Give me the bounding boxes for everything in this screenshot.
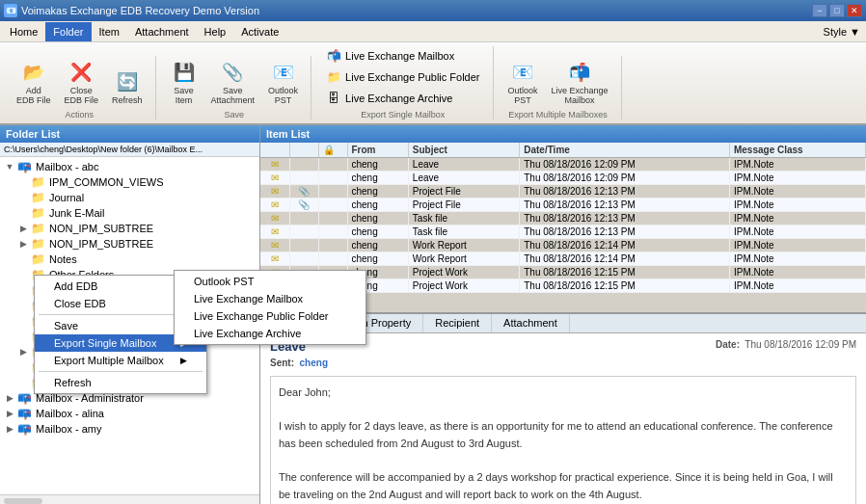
folder-scrollbar[interactable] [0,494,259,504]
table-row[interactable]: ✉ cheng Work Report Thu 08/18/2016 12:14… [260,252,866,266]
actions-label: Actions [66,110,95,119]
save-attachment-button[interactable]: 📎 SaveAttachment [206,56,260,108]
minimize-button[interactable]: − [812,4,827,17]
row-from: cheng [347,158,408,172]
row-class: IPM.Note [729,252,865,266]
mail-sent-label: Sent: [270,358,294,368]
table-row[interactable]: ✉ cheng Leave Thu 08/18/2016 12:09 PM IP… [260,158,866,172]
live-exchange-public-folder-btn[interactable]: 📁 Live Exchange Public Folder [321,67,484,87]
tab-recipient[interactable]: Recipient [423,314,492,332]
row-class: IPM.Note [729,225,865,239]
menu-help[interactable]: Help [197,22,234,41]
live-exchange-mailbox-icon: 📬 [326,48,341,64]
table-row[interactable]: ✉ cheng Leave Thu 08/18/2016 12:09 PM IP… [260,172,866,185]
outlook-pst-multi-label: OutlookPST [508,86,538,105]
outlook-pst-label: OutlookPST [268,86,298,105]
row-subject: Task file [408,212,519,225]
row-lock [318,239,347,252]
tree-item-mailbox-abc[interactable]: ▼ 📪 Mailbox - abc [2,159,257,174]
menu-attachment[interactable]: Attachment [127,22,197,41]
row-icon: ✉ [260,212,289,225]
outlook-pst-icon: 📧 [270,59,297,86]
add-edb-icon: 📂 [20,59,47,86]
row-from: cheng [347,225,408,239]
row-flag: 📎 [289,185,318,199]
row-subject: Project File [408,199,519,212]
menu-activate[interactable]: Activate [233,22,286,41]
outlook-pst-multi-button[interactable]: 📧 OutlookPST [503,56,543,108]
col-datetime[interactable]: Date/Time [520,143,730,158]
table-row[interactable]: ✉ cheng Task file Thu 08/18/2016 12:13 P… [260,225,866,239]
mail-sent-from: cheng [300,358,328,368]
col-subject[interactable]: Subject [408,143,519,158]
row-from: cheng [347,199,408,212]
tree-item-notes[interactable]: 📁 Notes [15,252,257,267]
menu-home[interactable]: Home [2,22,45,41]
row-icon: ✉ [260,199,289,212]
live-exchange-mailbox-multi-button[interactable]: 📬 Live ExchangeMailbox [547,56,613,108]
col-from[interactable]: From [347,143,408,158]
app-icon: 📧 [4,4,17,17]
row-datetime: Thu 08/18/2016 12:14 PM [520,239,730,252]
tab-attachment[interactable]: Attachment [492,314,570,332]
row-class: IPM.Note [729,158,865,172]
row-class: IPM.Note [729,199,865,212]
row-class: IPM.Note [729,239,865,252]
row-datetime: Thu 08/18/2016 12:13 PM [520,185,730,199]
tree-item-journal[interactable]: 📁 Journal [15,190,257,205]
maximize-button[interactable]: □ [829,4,845,17]
folder-path: C:\Users\cheng\Desktop\New folder (6)\Ma… [0,143,259,157]
add-edb-button[interactable]: 📂 AddEDB File [12,56,56,108]
table-row[interactable]: ✉ 📎 cheng Project File Thu 08/18/2016 12… [260,199,866,212]
table-row[interactable]: ✉ cheng Work Report Thu 08/18/2016 12:14… [260,239,866,252]
folder-scroll-thumb [4,498,42,504]
save-item-label: SaveItem [174,86,194,105]
row-from: cheng [347,252,408,266]
ctx-export-multiple[interactable]: Export Multiple Mailbox ▶ [35,352,206,369]
live-exchange-mailbox-btn[interactable]: 📬 Live Exchange Mailbox [321,46,484,66]
row-from: cheng [347,239,408,252]
outlook-pst-button[interactable]: 📧 OutlookPST [263,56,303,108]
tree-item-mailbox-alina[interactable]: ▶ 📪 Mailbox - alina [2,406,257,421]
row-lock [318,225,347,239]
tree-item-ipm-common[interactable]: 📁 IPM_COMMON_VIEWS [15,174,257,190]
close-edb-icon: ❌ [68,59,95,86]
submenu-live-exchange-archive[interactable]: Live Exchange Archive [175,325,365,342]
row-from: cheng [347,185,408,199]
row-flag: 📎 [289,199,318,212]
tree-item-non-ipm-2[interactable]: ▶ 📁 NON_IPM_SUBTREE [15,236,257,252]
tree-item-junk[interactable]: 📁 Junk E-Mail [15,205,257,221]
row-class: IPM.Note [729,185,865,199]
tree-item-mailbox-amy[interactable]: ▶ 📪 Mailbox - amy [2,421,257,437]
menu-folder[interactable]: Folder [45,22,91,41]
title-bar: 📧 Voimakas Exchange EDB Recovery Demo Ve… [0,0,866,21]
table-row[interactable]: ✉ cheng Task file Thu 08/18/2016 12:13 P… [260,212,866,225]
live-exchange-archive-btn[interactable]: 🗄 Live Exchange Archive [321,89,484,108]
submenu-outlook-pst[interactable]: Outlook PST [175,273,365,290]
row-subject: Project Work [408,279,519,293]
table-row[interactable]: ✉ 📎 cheng Project File Thu 08/18/2016 12… [260,185,866,199]
row-lock [318,185,347,199]
close-edb-button[interactable]: ❌ CloseEDB File [60,56,104,108]
row-datetime: Thu 08/18/2016 12:15 PM [520,279,730,293]
export-single-label: Export Single Mailbox [361,110,445,119]
menu-item[interactable]: Item [92,22,127,41]
refresh-button[interactable]: 🔄 Refresh [107,66,148,108]
live-exchange-mailbox-label: Live Exchange Mailbox [345,50,454,62]
save-item-icon: 💾 [171,59,198,86]
ctx-refresh[interactable]: Refresh [35,374,206,391]
window-title: Voimakas Exchange EDB Recovery Demo Vers… [21,5,259,16]
submenu-live-exchange-mailbox[interactable]: Live Exchange Mailbox [175,290,365,307]
row-datetime: Thu 08/18/2016 12:09 PM [520,172,730,185]
live-exchange-public-folder-icon: 📁 [326,69,341,85]
live-exchange-archive-icon: 🗄 [326,91,341,106]
submenu-live-exchange-public-folder[interactable]: Live Exchange Public Folder [175,307,365,325]
close-edb-label: CloseEDB File [65,86,99,105]
tree-item-non-ipm-1[interactable]: ▶ 📁 NON_IPM_SUBTREE [15,221,257,236]
ctx-sep-2 [39,371,203,372]
col-class[interactable]: Message Class [729,143,865,158]
save-item-button[interactable]: 💾 SaveItem [166,56,203,108]
close-button[interactable]: ✕ [847,4,862,17]
row-subject: Task file [408,225,519,239]
save-label: Save [225,110,245,119]
